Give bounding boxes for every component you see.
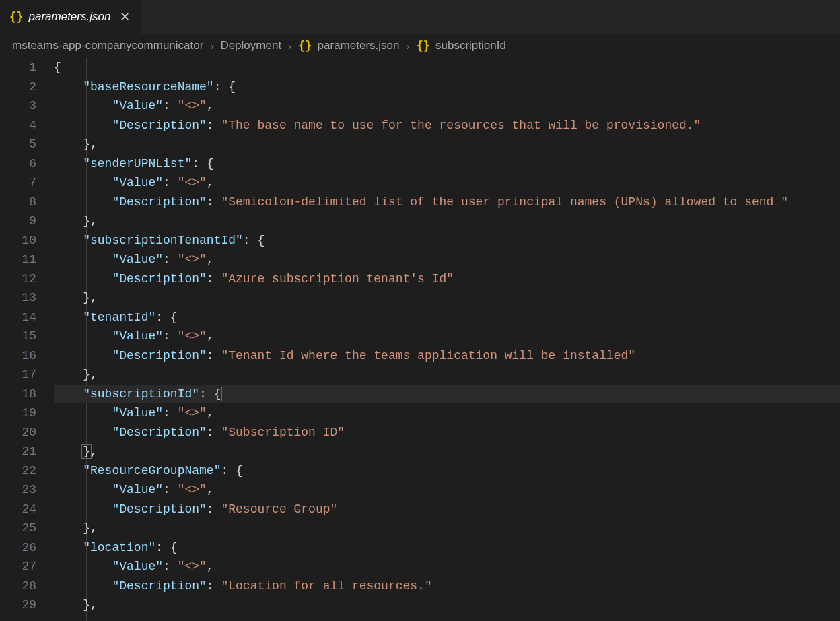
line-number: 28: [0, 577, 36, 596]
line-number: 26: [0, 538, 36, 558]
line-number: 13: [0, 288, 36, 308]
code-line[interactable]: "Value": "<>",: [54, 403, 840, 423]
code-line[interactable]: "Description": "Tenant Id where the team…: [54, 346, 840, 366]
code-line[interactable]: "Value": "<>",: [54, 96, 840, 116]
code-area[interactable]: { "baseResourceName": { "Value": "<>", "…: [54, 58, 840, 621]
crumb-project[interactable]: msteams-app-companycommunicator: [12, 39, 203, 53]
code-line[interactable]: },: [54, 135, 840, 154]
code-line[interactable]: "Description": "Semicolon-delimited list…: [54, 193, 840, 212]
line-number: 22: [0, 461, 36, 481]
line-number: 16: [0, 346, 36, 366]
code-line[interactable]: },: [54, 365, 840, 385]
line-number: 19: [0, 403, 36, 423]
code-line[interactable]: "Value": "<>",: [54, 557, 840, 577]
code-line[interactable]: "tenantId": {: [54, 308, 840, 327]
code-line[interactable]: "senderUPNList": {: [54, 154, 840, 174]
code-line[interactable]: "ResourceGroupName": {: [54, 461, 840, 481]
tab-bar: {} parameters.json ✕: [0, 0, 840, 34]
code-line[interactable]: },: [54, 288, 840, 308]
line-number: 1: [0, 58, 36, 77]
close-icon[interactable]: ✕: [120, 9, 130, 24]
line-number: 3: [0, 96, 36, 116]
code-line[interactable]: "Description": "Resource Group": [54, 500, 840, 519]
crumb-file[interactable]: parameters.json: [318, 39, 400, 53]
line-number: 23: [0, 480, 36, 500]
line-number: 11: [0, 250, 36, 269]
json-icon: {}: [9, 10, 23, 24]
line-number: 8: [0, 193, 36, 212]
line-number: 4: [0, 116, 36, 135]
line-number: 9: [0, 211, 36, 231]
line-number: 15: [0, 327, 36, 346]
line-number: 14: [0, 308, 36, 327]
code-line[interactable]: "subscriptionId": {: [54, 385, 840, 404]
line-number: 27: [0, 557, 36, 577]
code-line[interactable]: "baseResourceName": {: [54, 77, 840, 97]
code-line[interactable]: "Value": "<>",: [54, 480, 840, 500]
line-number: 10: [0, 231, 36, 251]
code-line[interactable]: "Description": "Location for all resourc…: [54, 577, 840, 596]
crumb-folder[interactable]: Deployment: [220, 39, 281, 53]
code-editor[interactable]: 1234567891011121314151617181920212223242…: [0, 58, 840, 621]
crumb-symbol[interactable]: subscriptionId: [435, 39, 506, 53]
code-line[interactable]: "Description": "The base name to use for…: [54, 116, 840, 135]
code-line[interactable]: },: [54, 442, 840, 461]
breadcrumb: msteams-app-companycommunicator › Deploy…: [0, 34, 840, 58]
line-number: 5: [0, 135, 36, 154]
tab-parameters-json[interactable]: {} parameters.json ✕: [0, 0, 141, 34]
code-line[interactable]: },: [54, 211, 840, 231]
chevron-right-icon: ›: [406, 40, 409, 52]
code-line[interactable]: },: [54, 595, 840, 615]
chevron-right-icon: ›: [210, 40, 213, 52]
line-number-gutter: 1234567891011121314151617181920212223242…: [0, 58, 54, 621]
line-number: 2: [0, 77, 36, 97]
code-line[interactable]: "Value": "<>",: [54, 250, 840, 269]
code-line[interactable]: },: [54, 519, 840, 538]
code-line[interactable]: "Description": "Azure subscription tenan…: [54, 269, 840, 289]
code-line[interactable]: "Value": "<>",: [54, 327, 840, 346]
json-icon: {}: [298, 39, 312, 53]
line-number: 29: [0, 595, 36, 615]
code-line[interactable]: "location": {: [54, 538, 840, 558]
line-number: 18: [0, 385, 36, 404]
chevron-right-icon: ›: [288, 40, 291, 52]
line-number: 6: [0, 154, 36, 174]
code-line[interactable]: "subscriptionTenantId": {: [54, 231, 840, 251]
line-number: 17: [0, 365, 36, 385]
json-icon: {}: [416, 39, 429, 53]
line-number: 7: [0, 173, 36, 193]
line-number: 21: [0, 442, 36, 461]
tab-label: parameters.json: [28, 10, 110, 24]
line-number: 12: [0, 269, 36, 289]
line-number: 24: [0, 500, 36, 519]
code-line[interactable]: "Description": "Subscription ID": [54, 423, 840, 443]
line-number: 20: [0, 423, 36, 443]
code-line[interactable]: {: [54, 58, 840, 77]
line-number: 25: [0, 519, 36, 538]
code-line[interactable]: "Value": "<>",: [54, 173, 840, 193]
